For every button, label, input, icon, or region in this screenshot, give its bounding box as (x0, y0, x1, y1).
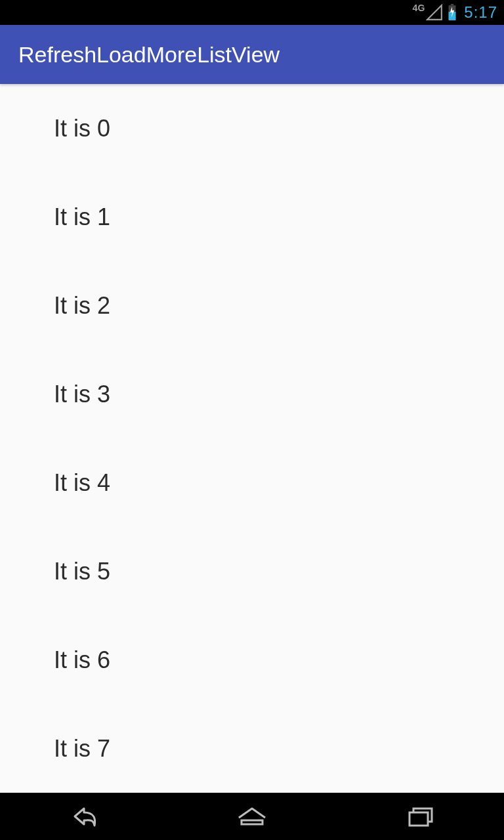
app-bar: RefreshLoadMoreListView (0, 25, 504, 84)
navigation-bar (0, 793, 504, 840)
list-item-label: It is 7 (54, 735, 110, 763)
list-item[interactable]: It is 6 (0, 616, 504, 704)
app-title: RefreshLoadMoreListView (18, 42, 280, 68)
list-item-label: It is 2 (54, 292, 110, 320)
status-bar: 4G 5:17 (0, 0, 504, 25)
list-item[interactable]: It is 3 (0, 350, 504, 438)
list-item-label: It is 3 (54, 381, 110, 408)
list-item-label: It is 4 (54, 469, 110, 497)
network-type-label: 4G (413, 3, 425, 13)
list-item[interactable]: It is 1 (0, 173, 504, 261)
device-frame: 4G 5:17 RefreshLoadMoreListView It is 0 (0, 0, 504, 840)
list-container: It is 0 It is 1 It is 2 It is 3 It is 4 … (0, 84, 504, 793)
battery-charging-icon (447, 4, 457, 21)
list-item-label: It is 1 (54, 203, 110, 231)
list-item[interactable]: It is 5 (0, 527, 504, 616)
clock: 5:17 (464, 3, 497, 22)
recent-apps-button[interactable] (399, 803, 441, 830)
signal-icon (426, 4, 443, 21)
list-view[interactable]: It is 0 It is 1 It is 2 It is 3 It is 4 … (0, 84, 504, 793)
list-item[interactable]: It is 7 (0, 704, 504, 793)
home-button[interactable] (231, 803, 273, 830)
list-item-label: It is 0 (54, 115, 110, 142)
list-item-label: It is 5 (54, 558, 110, 585)
list-item[interactable]: It is 0 (0, 84, 504, 173)
svg-rect-4 (410, 812, 428, 826)
list-item-label: It is 6 (54, 646, 110, 674)
list-item[interactable]: It is 4 (0, 438, 504, 527)
back-button[interactable] (63, 803, 105, 830)
svg-rect-3 (242, 820, 262, 824)
list-item[interactable]: It is 2 (0, 261, 504, 350)
svg-rect-1 (451, 4, 453, 5)
